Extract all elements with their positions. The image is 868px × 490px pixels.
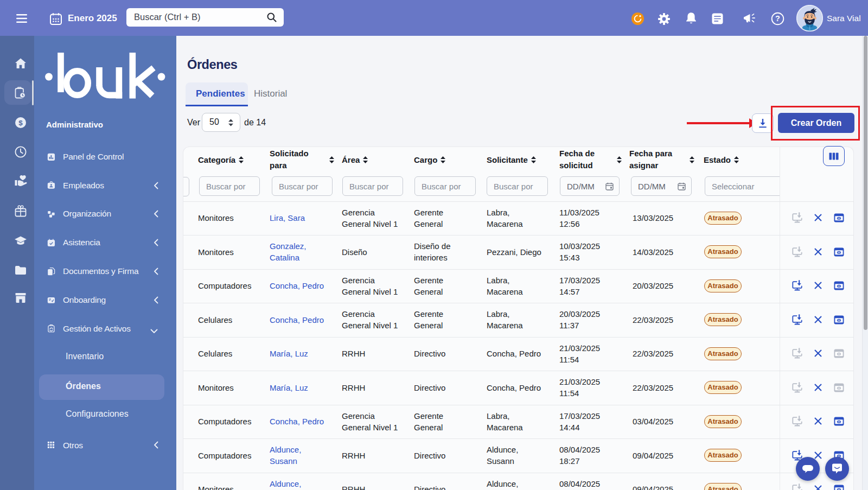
- svg-text:$: $: [18, 119, 23, 127]
- svg-text:?: ?: [775, 14, 780, 23]
